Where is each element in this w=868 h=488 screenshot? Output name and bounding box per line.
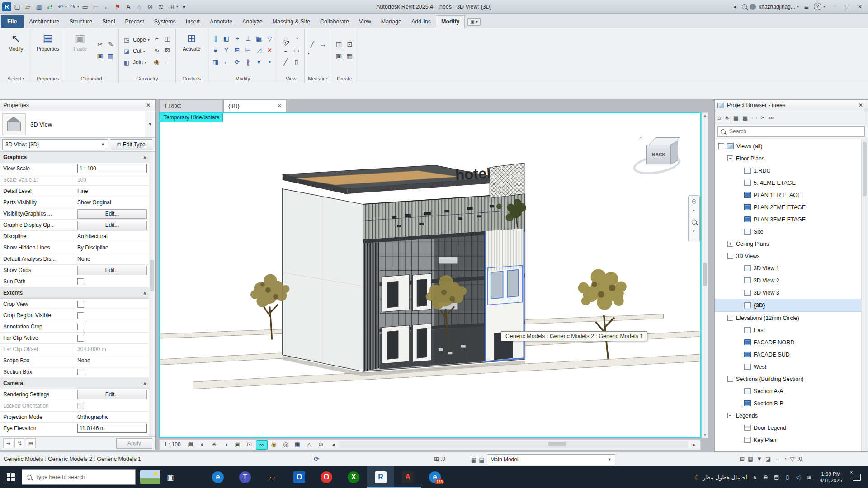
tree-item-east[interactable]: East xyxy=(715,324,862,336)
select-panel-label[interactable]: Select▾ xyxy=(0,74,32,83)
prop-value[interactable]: Edit... xyxy=(75,389,149,400)
prop-row-show-grids[interactable]: Show GridsEdit... xyxy=(0,265,149,276)
tree-item-sections-building-section-[interactable]: −Sections (Building Section) xyxy=(715,373,862,385)
tab-add-ins[interactable]: Add-Ins xyxy=(406,16,436,28)
scroll-right-arrow[interactable]: ► xyxy=(690,442,698,447)
prop-value[interactable] xyxy=(75,321,149,332)
prop-row-default-analysis-dis-[interactable]: Default Analysis Dis...None xyxy=(0,253,149,265)
select-pinned-toggle[interactable]: ▼ xyxy=(756,455,762,462)
tab-annotate[interactable]: Annotate xyxy=(205,16,237,28)
pb-schedule-icon[interactable]: ▤ xyxy=(742,114,748,121)
tag-icon[interactable]: ⚑ xyxy=(113,2,123,12)
viewcube[interactable]: ⌂ BACK xyxy=(636,134,690,177)
temporary-view-properties-icon[interactable]: ▦ xyxy=(292,440,303,449)
redo-icon[interactable]: ↷ xyxy=(68,2,78,12)
prop-row-section-box[interactable]: Section Box xyxy=(0,366,149,378)
maximize-button[interactable]: ▢ xyxy=(841,2,854,12)
prop-row-far-clip-active[interactable]: Far Clip Active xyxy=(0,333,149,344)
unpin-icon[interactable]: ▽ xyxy=(265,34,274,43)
apply-button[interactable]: Apply xyxy=(116,438,152,449)
prop-value[interactable]: Show Original xyxy=(75,197,149,208)
create-similar-icon[interactable]: ⊡ xyxy=(345,40,354,49)
prop-value[interactable] xyxy=(75,276,149,287)
tree-item-3d-view-2[interactable]: 3D View 2 xyxy=(715,274,862,286)
viewcube-front-face[interactable]: BACK xyxy=(646,145,671,164)
search-input[interactable] xyxy=(728,128,862,135)
cut-geometry-tool[interactable]: ◪Cut▾ xyxy=(122,46,150,56)
wheel-caret-icon[interactable]: ▾ xyxy=(690,206,698,215)
tree-item-3d-view-3[interactable]: 3D View 3 xyxy=(715,286,862,299)
demolish-icon[interactable]: ⊠ xyxy=(163,46,172,55)
align-icon[interactable]: ∥ xyxy=(211,34,220,43)
modify-options-toggle[interactable]: ▣▾ xyxy=(467,18,480,26)
prop-value[interactable]: 304.8000 m xyxy=(75,344,149,355)
properties-scrollbar[interactable] xyxy=(149,152,155,436)
prop-row-show-hidden-lines[interactable]: Show Hidden LinesBy Discipline xyxy=(0,242,149,253)
tree-item-facade-nord[interactable]: FACADE NORD xyxy=(715,336,862,348)
prop-value[interactable]: None xyxy=(75,253,149,264)
tab-structure[interactable]: Structure xyxy=(64,16,97,28)
hidden-icons-chevron[interactable]: ∧ xyxy=(751,474,759,480)
prop-value[interactable]: Orthographic xyxy=(75,412,149,422)
collapse-icon[interactable]: ◂ xyxy=(730,3,739,10)
prop-row-detail-level[interactable]: Detail LevelFine xyxy=(0,186,149,197)
prop-row-projection-mode[interactable]: Projection ModeOrthographic xyxy=(0,412,149,423)
controls-panel-label[interactable]: Controls xyxy=(176,74,208,83)
prop-row-annotation-crop[interactable]: Annotation Crop xyxy=(0,321,149,333)
tree-item-elevations-12mm-circle-[interactable]: −Elevations (12mm Circle) xyxy=(715,312,862,324)
redo-icon-caret[interactable]: ▾ xyxy=(77,5,79,9)
prop-row-locked-orientation[interactable]: Locked Orientation xyxy=(0,400,149,412)
search-icon[interactable] xyxy=(742,4,747,9)
create-parts-icon[interactable]: ◫ xyxy=(335,40,344,49)
mirror-draw-axis-icon[interactable]: ◧ xyxy=(222,34,231,43)
offset-geometry-icon[interactable]: ⌐ xyxy=(152,34,161,43)
measure-qat-icon[interactable]: ⊢ xyxy=(91,2,101,12)
prop-row-far-clip-offset[interactable]: Far Clip Offset304.8000 m xyxy=(0,344,149,355)
match-type-icon[interactable]: ✎ xyxy=(106,40,115,49)
prop-row-visibility-graphics-[interactable]: Visibility/Graphics ...Edit... xyxy=(0,208,149,220)
undo-icon[interactable]: ↶ xyxy=(56,2,66,12)
tree-item-3d-views[interactable]: −3D Views xyxy=(715,250,862,262)
taskbar-adobe-button[interactable]: A xyxy=(394,466,421,488)
tree-item--3d-[interactable]: {3D} xyxy=(715,299,862,312)
tray-wifi-icon[interactable]: ≋ xyxy=(806,474,813,480)
task-view-button[interactable]: ▣ xyxy=(160,466,181,488)
group-extents[interactable]: Extents∧ xyxy=(0,287,149,299)
tray-battery-icon[interactable]: ▯ xyxy=(784,474,791,480)
taskbar-file-explorer-button[interactable]: ▱ xyxy=(259,466,286,488)
minimize-button[interactable]: ─ xyxy=(828,2,841,12)
tree-item-5-4eme-etage[interactable]: 5. 4EME ETAGE xyxy=(715,177,862,189)
pb-project-icon[interactable]: ⌂ xyxy=(717,114,721,121)
paint-icon[interactable]: ◉ xyxy=(152,57,161,66)
prop-value[interactable]: 100 xyxy=(75,174,149,185)
taskbar-revit-button[interactable]: R xyxy=(367,466,394,488)
split-element-icon[interactable]: Y xyxy=(222,46,231,55)
prop-row-graphic-display-op-[interactable]: Graphic Display Op...Edit... xyxy=(0,220,149,231)
expander-icon[interactable]: − xyxy=(727,155,733,161)
tree-item-plan-3eme-etage[interactable]: PLAN 3EME ETAGE xyxy=(715,213,862,225)
taskbar-edge-mail-button[interactable]: e186 xyxy=(421,466,448,488)
pin-icon[interactable]: ▼ xyxy=(255,57,264,66)
prop-row-parts-visibility[interactable]: Parts VisibilityShow Original xyxy=(0,197,149,208)
constraints-icon[interactable]: ⊘ xyxy=(316,440,326,449)
print-icon[interactable]: ▭ xyxy=(80,2,90,12)
move-icon[interactable]: + xyxy=(233,34,242,43)
tray-weather[interactable]: ☾ احتمال هطول مطر xyxy=(694,474,747,481)
geometry-more-icon[interactable]: ≡ xyxy=(163,57,172,66)
tree-item-floor-plans[interactable]: −Floor Plans xyxy=(715,152,862,164)
revit-logo-icon[interactable]: R xyxy=(2,2,11,11)
file-menu-icon[interactable]: ▤ xyxy=(12,2,22,12)
tab-massing-site[interactable]: Massing & Site xyxy=(268,16,315,28)
prop-value[interactable]: 11.0146 m xyxy=(75,423,149,434)
properties-close-icon[interactable]: ✕ xyxy=(144,102,152,108)
scroll-thumb[interactable] xyxy=(703,263,707,286)
section-icon[interactable]: ⊘ xyxy=(145,2,155,12)
canvas-vertical-scrollbar[interactable]: ▲ ▼ xyxy=(702,112,708,438)
help-caret-icon[interactable]: ▾ xyxy=(823,5,825,9)
prop-value[interactable] xyxy=(75,333,149,343)
linework-icon[interactable]: ╱ xyxy=(281,57,290,66)
crop-view-icon[interactable]: ▣ xyxy=(232,440,243,449)
scroll-up-arrow[interactable]: ▲ xyxy=(702,113,708,118)
aligned-dimension-icon[interactable]: ↔ xyxy=(102,2,112,12)
default-3d-view-icon[interactable]: ⌂ xyxy=(134,2,144,12)
